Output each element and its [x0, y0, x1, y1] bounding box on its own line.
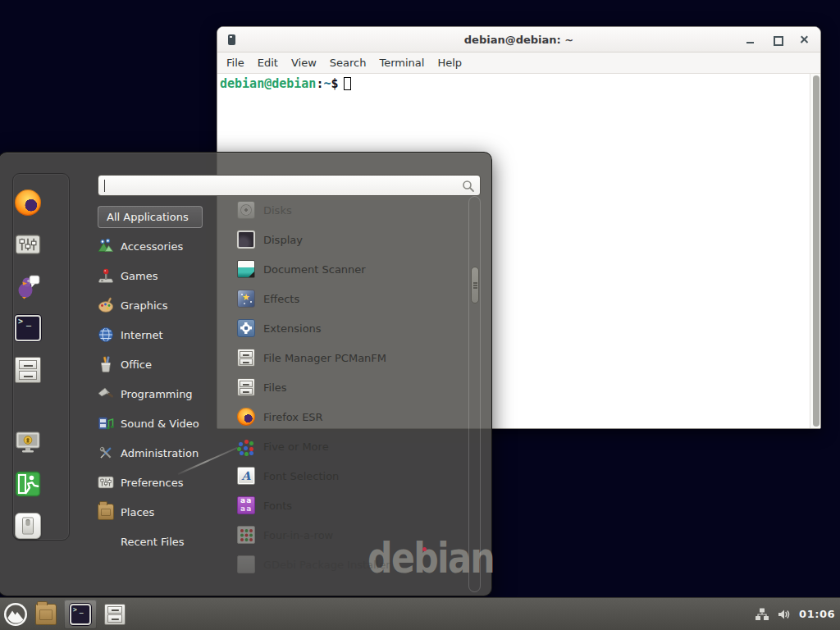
- disks-icon: [237, 201, 255, 219]
- fonts-icon: [237, 496, 255, 514]
- system-settings-icon: [15, 231, 41, 258]
- shutdown-icon: [15, 513, 41, 539]
- file-cabinet-icon: [237, 349, 255, 367]
- app-firefox-esr[interactable]: Firefox ESR: [237, 402, 463, 431]
- file-manager-launcher[interactable]: [31, 599, 61, 630]
- menu-file[interactable]: File: [220, 52, 251, 74]
- app-files[interactable]: Files: [237, 372, 463, 402]
- menu-scrollbar-thumb[interactable]: [471, 267, 479, 304]
- firefox-icon: [15, 189, 41, 216]
- administration-icon: [98, 445, 114, 461]
- menu-terminal[interactable]: Terminal: [372, 52, 431, 74]
- network-icon[interactable]: [755, 607, 769, 622]
- favorite-firefox-button[interactable]: [15, 189, 41, 216]
- category-programming[interactable]: Programming: [98, 379, 221, 409]
- category-administration[interactable]: Administration: [98, 438, 221, 468]
- search-icon: [462, 180, 475, 193]
- app-five-or-more[interactable]: Five or More: [237, 431, 463, 461]
- app-disks[interactable]: Disks: [237, 195, 463, 225]
- app-display[interactable]: Display: [237, 225, 463, 254]
- terminal-window-title: debian@debian: ~: [217, 27, 820, 52]
- app-font-selection[interactable]: Font Selection: [237, 461, 463, 491]
- category-all-applications: All Applications: [98, 202, 221, 231]
- effects-icon: [237, 290, 255, 308]
- lock-screen-icon: [15, 429, 41, 455]
- menu-scrollbar[interactable]: [468, 196, 481, 592]
- terminal-menubar: File Edit View Search Terminal Help: [217, 52, 820, 74]
- places-icon: [98, 504, 114, 520]
- games-icon: [98, 267, 114, 284]
- volume-icon[interactable]: [777, 607, 792, 622]
- terminal-icon: [15, 315, 41, 341]
- folder-icon: [35, 604, 57, 625]
- gdebi-icon: [237, 555, 255, 573]
- terminal-prompt: debian@debian:~$: [220, 76, 351, 92]
- menu-button[interactable]: [0, 599, 31, 630]
- logout-button[interactable]: [15, 471, 41, 497]
- menu-view[interactable]: View: [285, 52, 323, 74]
- category-graphics[interactable]: Graphics: [98, 290, 221, 320]
- favorite-terminal-button[interactable]: [15, 315, 41, 341]
- menu-icon: [3, 602, 28, 627]
- favorite-system-settings-button[interactable]: [15, 231, 41, 258]
- menu-edit[interactable]: Edit: [251, 52, 285, 74]
- graphics-icon: [98, 297, 114, 313]
- files-launcher[interactable]: [100, 599, 130, 630]
- category-list: All Applications Accessories: [98, 202, 221, 556]
- favorite-pidgin-button[interactable]: [15, 273, 41, 299]
- terminal-titlebar[interactable]: debian@debian: ~: [217, 27, 820, 52]
- internet-icon: [98, 326, 114, 343]
- five-or-more-icon: [237, 437, 255, 455]
- app-document-scanner[interactable]: Document Scanner: [237, 254, 463, 284]
- file-cabinet-icon: [15, 357, 41, 383]
- application-list: Disks Display Document Scanner Effects E…: [237, 195, 463, 579]
- app-four-in-a-row[interactable]: Four-in-a-row: [237, 520, 463, 550]
- app-fonts[interactable]: Fonts: [237, 491, 463, 520]
- category-all-applications-button[interactable]: All Applications: [98, 206, 203, 228]
- favorite-file-manager-button[interactable]: [15, 357, 41, 383]
- application-menu: debian: [0, 152, 492, 596]
- search-box: [98, 175, 481, 196]
- accessories-icon: [98, 238, 114, 254]
- programming-icon: [98, 386, 114, 402]
- category-places[interactable]: Places: [98, 497, 221, 527]
- desktop: debian@debian: ~ File Edit View Search T…: [0, 0, 840, 630]
- app-effects[interactable]: Effects: [237, 284, 463, 313]
- font-selection-icon: [237, 467, 255, 485]
- taskbar-launchers: [0, 598, 130, 630]
- menu-search[interactable]: Search: [323, 52, 373, 74]
- pidgin-icon: [15, 273, 41, 299]
- prompt-user-host: debian@debian: [220, 76, 316, 91]
- app-file-manager-pcmanfm[interactable]: File Manager PCManFM: [237, 343, 463, 372]
- category-internet[interactable]: Internet: [98, 320, 221, 349]
- terminal-cursor: [344, 77, 351, 90]
- category-office[interactable]: Office: [98, 349, 221, 379]
- extensions-icon: [237, 319, 255, 337]
- file-cabinet-icon: [237, 378, 255, 396]
- menu-help[interactable]: Help: [431, 52, 468, 74]
- search-input[interactable]: [98, 176, 480, 195]
- category-recent-files[interactable]: Recent Files: [98, 527, 221, 556]
- app-extensions[interactable]: Extensions: [237, 313, 463, 343]
- logout-icon: [15, 471, 41, 497]
- clock[interactable]: 01:06: [799, 608, 835, 620]
- terminal-scrollbar[interactable]: [810, 74, 820, 428]
- close-button[interactable]: [797, 33, 812, 48]
- maximize-button[interactable]: [770, 33, 785, 48]
- shutdown-button[interactable]: [15, 513, 41, 539]
- prompt-dollar: $: [331, 76, 338, 91]
- category-accessories[interactable]: Accessories: [98, 231, 221, 261]
- file-cabinet-icon: [104, 604, 126, 625]
- category-sound-video[interactable]: Sound & Video: [98, 409, 221, 438]
- window-controls: [743, 27, 812, 52]
- category-games[interactable]: Games: [98, 261, 221, 290]
- category-preferences[interactable]: Preferences: [98, 468, 221, 497]
- app-gdebi-package-installer[interactable]: GDebi Package Installer: [237, 550, 463, 579]
- lock-screen-button[interactable]: [15, 429, 41, 455]
- minimize-button[interactable]: [743, 33, 758, 48]
- document-scanner-icon: [237, 260, 255, 278]
- preferences-icon: [98, 474, 114, 491]
- terminal-scrollbar-thumb[interactable]: [813, 75, 819, 427]
- taskbar: 01:06: [0, 597, 840, 630]
- terminal-task-button[interactable]: [64, 600, 97, 629]
